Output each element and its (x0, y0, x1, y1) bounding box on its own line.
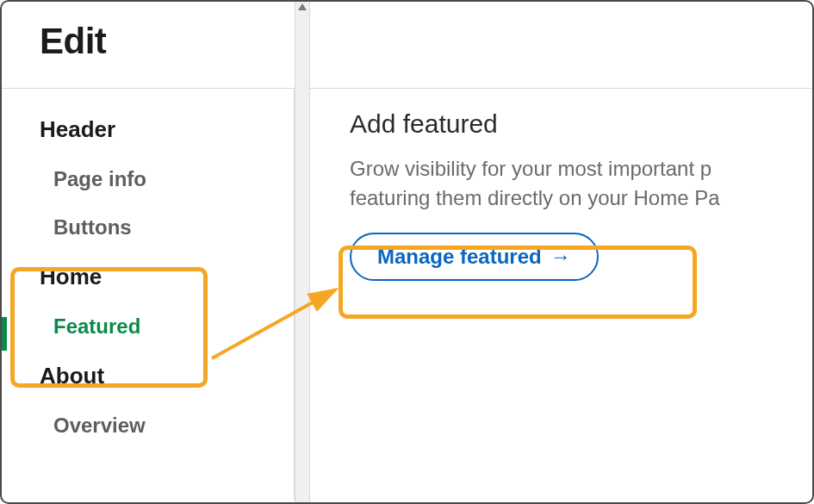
sidebar-item-overview[interactable]: Overview (2, 401, 294, 450)
sidebar-section-home[interactable]: Home (2, 252, 294, 302)
sidebar-scrollbar[interactable] (295, 2, 310, 502)
edit-dialog: Edit Header Page info Buttons Home Featu… (0, 0, 814, 504)
arrow-right-icon: → (550, 246, 571, 267)
panel-heading: Add featured (350, 109, 812, 139)
sidebar-item-featured[interactable]: Featured (2, 302, 294, 351)
sidebar-item-buttons[interactable]: Buttons (2, 203, 294, 252)
scroll-up-icon[interactable] (298, 3, 307, 10)
panel-description-line1: Grow visibility for your most important … (350, 157, 711, 180)
sidebar-nav: Header Page info Buttons Home Featured A… (2, 89, 295, 500)
manage-featured-label: Manage featured (377, 245, 542, 269)
manage-featured-button[interactable]: Manage featured → (350, 233, 599, 281)
sidebar-section-about[interactable]: About (2, 351, 294, 401)
panel-description-line2: featuring them directly on your Home Pa (350, 186, 720, 209)
main-panel: Add featured Grow visibility for your mo… (310, 89, 812, 500)
sidebar-item-page-info[interactable]: Page info (2, 155, 294, 203)
dialog-title: Edit (40, 21, 774, 62)
dialog-titlebar: Edit (2, 2, 812, 88)
panel-description: Grow visibility for your most important … (350, 154, 812, 212)
dialog-body: Header Page info Buttons Home Featured A… (2, 89, 812, 500)
sidebar-section-header[interactable]: Header (2, 104, 294, 155)
